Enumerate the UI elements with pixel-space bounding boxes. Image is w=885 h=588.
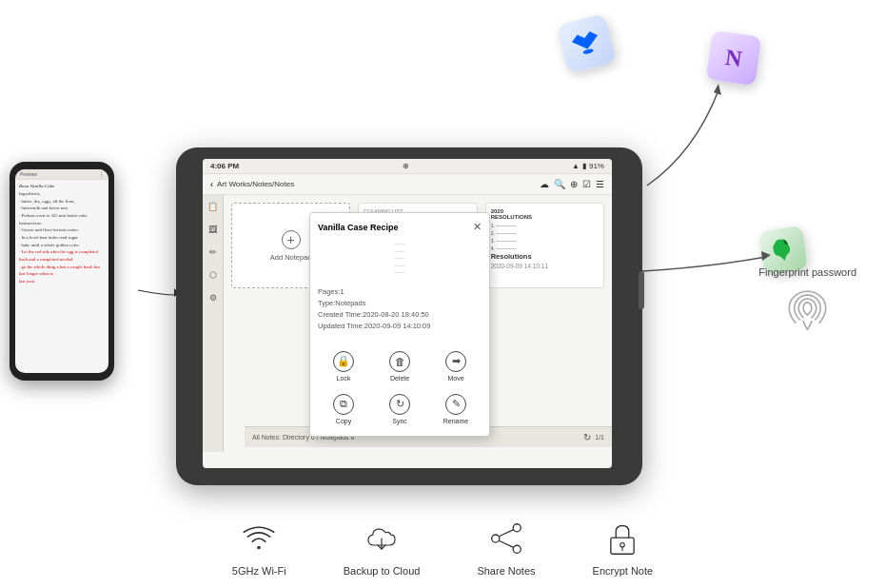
context-menu-popup: Vanilla Case Recipe ✕ ─────────────── Pa… bbox=[309, 212, 490, 437]
svg-marker-5 bbox=[714, 84, 721, 95]
resolutions-card[interactable]: 2020RESOLUTIONS 1. ──────2. ──────3. ───… bbox=[485, 203, 604, 288]
popup-action-delete-label: Delete bbox=[390, 375, 409, 382]
share-svg bbox=[489, 521, 523, 556]
toolbar-actions: ☁ 🔍 ⊕ ☑ ☰ bbox=[540, 179, 604, 189]
phone-menu-icon: ⋮ bbox=[99, 171, 104, 177]
feature-wifi: 5GHz Wi-Fi bbox=[232, 518, 286, 577]
fingerprint-icon bbox=[781, 284, 834, 336]
cloud-svg bbox=[364, 521, 399, 556]
sidebar-icon-image[interactable]: 🖼 bbox=[206, 223, 220, 236]
popup-action-rename-label: Rename bbox=[443, 418, 468, 424]
popup-action-lock[interactable]: 🔒 Lock bbox=[318, 347, 369, 385]
resolutions-note-date: 2020-09-09 14:10:11 bbox=[491, 263, 599, 269]
add-icon[interactable]: ⊕ bbox=[570, 179, 578, 189]
resolutions-note-lines: 1. ──────2. ──────3. ──────4. ────── bbox=[491, 222, 599, 252]
cloud-action-icon[interactable]: ☁ bbox=[540, 179, 549, 189]
toolbar-nav[interactable]: ‹ Art Works/Notes/Notes bbox=[210, 180, 294, 189]
pagination-section: ↻ 1/1 bbox=[583, 432, 604, 442]
popup-meta: Pages:1 Type:Notepads Created Time:2020-… bbox=[318, 286, 482, 332]
lock-feature-icon bbox=[601, 518, 643, 559]
phone-note-body: Ingredients, · butter, dry, eggs, all th… bbox=[19, 190, 105, 285]
popup-info-section: ─────────────── Pages:1 Type:Notepads Cr… bbox=[318, 239, 482, 340]
svg-point-11 bbox=[513, 545, 521, 553]
phone-screen: Preview ⋮ Beau Vanilla Cake Ingredients,… bbox=[15, 169, 108, 373]
svg-point-10 bbox=[513, 524, 521, 532]
toolbar: ‹ Art Works/Notes/Notes ☁ 🔍 ⊕ ☑ ☰ bbox=[203, 174, 612, 195]
popup-type: Type:Notepads bbox=[318, 298, 482, 309]
delete-action-icon: 🗑 bbox=[389, 351, 410, 372]
popup-action-sync[interactable]: ↻ Sync bbox=[374, 390, 425, 428]
svg-point-16 bbox=[620, 543, 625, 548]
sidebar-icon-settings[interactable]: ⚙ bbox=[206, 291, 220, 304]
check-icon[interactable]: ☑ bbox=[582, 179, 591, 189]
lock-action-icon: 🔒 bbox=[333, 351, 354, 372]
dropbox-icon bbox=[556, 13, 617, 74]
popup-action-delete[interactable]: 🗑 Delete bbox=[374, 347, 425, 385]
popup-actions: 🔒 Lock 🗑 Delete ➡ Move ⧉ bbox=[318, 347, 482, 428]
phone-body: Preview ⋮ Beau Vanilla Cake Ingredients,… bbox=[10, 162, 114, 381]
copy-action-icon: ⧉ bbox=[333, 394, 354, 415]
dropbox-icon-block bbox=[561, 19, 611, 69]
main-content: + Add Notepad CLEANING LIST ■ ■ ■■ ■■ ■ … bbox=[224, 195, 612, 447]
tablet-power-button[interactable] bbox=[639, 271, 644, 309]
phone-status-bar: Preview ⋮ bbox=[15, 169, 108, 179]
popup-action-lock-label: Lock bbox=[337, 375, 351, 382]
popup-action-sync-label: Sync bbox=[392, 418, 407, 424]
resolutions-note-title: Resolutions bbox=[491, 252, 599, 261]
popup-title: Vanilla Case Recipe bbox=[318, 223, 399, 232]
breadcrumb: Art Works/Notes/Notes bbox=[217, 180, 294, 188]
popup-created: Created Time:2020-08-20 18:40:50 bbox=[318, 309, 482, 321]
pagination: 1/1 bbox=[595, 434, 604, 441]
add-notepad-label: Add Notepad bbox=[270, 253, 312, 262]
svg-point-4 bbox=[582, 49, 594, 55]
tablet: 4:06 PM ⊕ ▲ ▮ 91% ‹ Art Works/Notes/Note… bbox=[176, 147, 652, 490]
share-feature-label: Share Notes bbox=[477, 565, 535, 577]
svg-point-12 bbox=[492, 535, 500, 542]
wifi-feature-icon bbox=[238, 518, 280, 559]
move-action-icon: ➡ bbox=[445, 351, 466, 372]
svg-line-13 bbox=[499, 530, 513, 537]
svg-point-8 bbox=[257, 546, 261, 550]
popup-action-move[interactable]: ➡ Move bbox=[430, 347, 482, 385]
svg-line-14 bbox=[499, 540, 513, 547]
sidebar-icon-pen[interactable]: ✏ bbox=[206, 245, 220, 259]
tablet-screen: 4:06 PM ⊕ ▲ ▮ 91% ‹ Art Works/Notes/Note… bbox=[203, 159, 612, 468]
feature-cloud: Backup to Cloud bbox=[344, 518, 421, 577]
battery-percent: 91% bbox=[589, 162, 604, 170]
sidebar-icon-notes[interactable]: 📋 bbox=[206, 200, 220, 213]
sidebar-icon-shapes[interactable]: ⬡ bbox=[206, 268, 220, 282]
phone-note-title: Beau Vanilla Cake bbox=[19, 183, 105, 190]
cloud-feature-icon bbox=[361, 518, 403, 559]
cloud-feature-label: Backup to Cloud bbox=[344, 565, 421, 577]
phone-content: Beau Vanilla Cake Ingredients, · butter,… bbox=[15, 180, 108, 288]
phone-back-label: Preview bbox=[20, 171, 37, 177]
popup-action-rename[interactable]: ✎ Rename bbox=[430, 390, 482, 428]
sidebar: 📋 🖼 ✏ ⬡ ⚙ bbox=[203, 195, 224, 452]
svg-rect-15 bbox=[611, 538, 634, 554]
add-circle-icon: + bbox=[282, 230, 301, 249]
lock-feature-label: Encrypt Note bbox=[593, 565, 654, 577]
popup-close-button[interactable]: ✕ bbox=[473, 221, 482, 233]
feature-share: Share Notes bbox=[477, 518, 535, 577]
fingerprint-label: Fingerprint password bbox=[758, 266, 856, 278]
phone: Preview ⋮ Beau Vanilla Cake Ingredients,… bbox=[10, 162, 133, 409]
feature-lock: Encrypt Note bbox=[593, 518, 654, 577]
onenote-icon-block: N bbox=[709, 33, 758, 83]
search-icon[interactable]: 🔍 bbox=[554, 179, 565, 189]
popup-pages: Pages:1 bbox=[318, 286, 482, 298]
fingerprint-section: Fingerprint password bbox=[758, 266, 856, 336]
lock-svg bbox=[605, 521, 639, 556]
list-icon[interactable]: ☰ bbox=[596, 179, 604, 189]
onenote-icon: N bbox=[706, 30, 762, 87]
rename-action-icon: ✎ bbox=[445, 394, 466, 415]
popup-updated: Updated Time:2020-09-09 14:10:09 bbox=[318, 321, 482, 332]
share-feature-icon bbox=[485, 518, 527, 559]
popup-action-copy[interactable]: ⧉ Copy bbox=[318, 390, 369, 428]
sync-action-icon: ↻ bbox=[389, 394, 410, 415]
popup-thumb: ─────────────── bbox=[318, 239, 482, 279]
back-button[interactable]: ‹ bbox=[210, 180, 213, 189]
battery-icon: ▮ bbox=[582, 162, 586, 170]
refresh-icon[interactable]: ↻ bbox=[583, 432, 591, 442]
popup-header: Vanilla Case Recipe ✕ bbox=[318, 221, 482, 233]
tablet-body: 4:06 PM ⊕ ▲ ▮ 91% ‹ Art Works/Notes/Note… bbox=[176, 147, 642, 485]
